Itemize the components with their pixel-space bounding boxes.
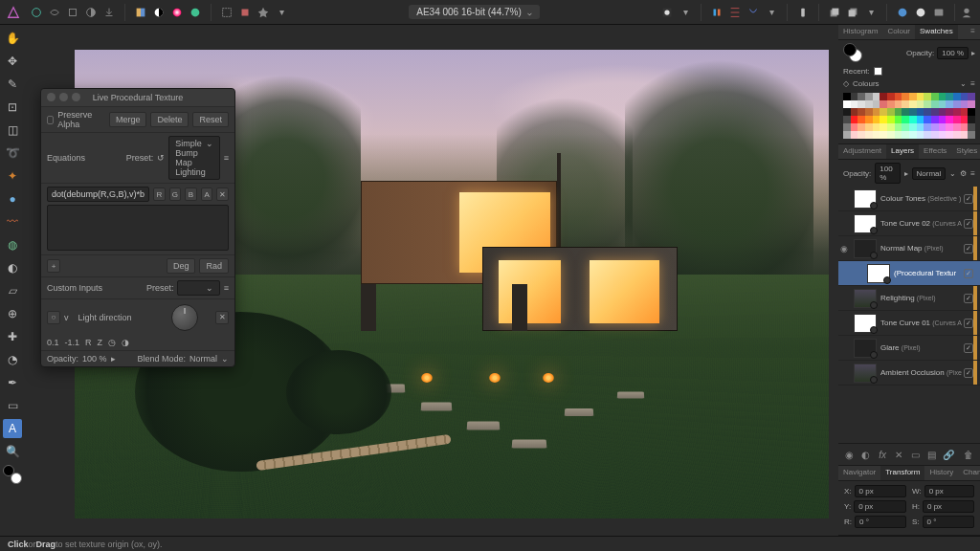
equation-input[interactable]: dot(debump(R,G,B),v)*b (47, 187, 149, 202)
palette-swatch[interactable] (895, 100, 902, 108)
palette-swatch[interactable] (931, 108, 939, 116)
palette-swatch[interactable] (909, 100, 917, 108)
palette-swatch[interactable] (968, 116, 975, 123)
clone-tool[interactable]: ⊕ (3, 304, 22, 323)
layer-thumbnail[interactable] (854, 189, 877, 209)
transform-s[interactable]: 0 ° (923, 516, 974, 528)
assistant-icon[interactable]: ▾ (274, 5, 289, 20)
palette-swatch[interactable] (924, 131, 931, 139)
palette-swatch[interactable] (851, 116, 858, 123)
tab-navigator[interactable]: Navigator (838, 466, 880, 480)
tab-histogram[interactable]: Histogram (838, 25, 882, 39)
palette-swatch[interactable] (953, 116, 961, 123)
layer-visibility-checkbox[interactable]: ✓ (964, 269, 973, 278)
fx-layer-button[interactable]: fx (877, 448, 889, 461)
palette-swatch[interactable] (939, 108, 947, 116)
palette-swatch[interactable] (887, 100, 895, 108)
palette-swatch[interactable] (917, 123, 924, 131)
transform-w[interactable]: 0 px (924, 485, 974, 497)
palette-swatch[interactable] (858, 100, 865, 108)
deg-button[interactable]: Deg (167, 258, 196, 274)
palette-swatch[interactable] (931, 131, 939, 139)
zoom-tool[interactable]: 🔍 (3, 442, 22, 461)
dodge-tool[interactable]: ◔ (3, 350, 22, 369)
palette-swatch[interactable] (939, 100, 947, 108)
palette-swatch[interactable] (843, 116, 851, 123)
arrange-chev-icon[interactable]: ▾ (863, 5, 879, 20)
palette-swatch[interactable] (902, 93, 909, 100)
transform-h[interactable]: 0 px (923, 500, 974, 513)
palette-swatch[interactable] (880, 100, 887, 108)
palette-swatch[interactable] (887, 116, 895, 123)
palette-swatch[interactable] (880, 131, 887, 139)
arrange-back-icon[interactable] (827, 5, 842, 20)
link-layer-button[interactable]: 🔗 (943, 448, 955, 461)
palette-swatch[interactable] (968, 123, 975, 131)
arrange-front-icon[interactable] (845, 5, 860, 20)
info-icon[interactable] (795, 5, 811, 20)
custom-preset-dropdown[interactable]: ⌄ (177, 280, 219, 296)
palette-swatch[interactable] (843, 123, 851, 131)
channel-r-button[interactable]: R (153, 187, 166, 201)
merge-button[interactable]: Merge (109, 112, 147, 127)
palette-swatch[interactable] (858, 108, 865, 116)
palette-swatch[interactable] (909, 108, 917, 116)
palette-swatch[interactable] (865, 100, 873, 108)
palette-swatch[interactable] (931, 100, 939, 108)
palette-swatch[interactable] (865, 108, 873, 116)
palette-swatch[interactable] (851, 108, 858, 116)
layer-row[interactable]: (Procedural Textur ✓ (838, 261, 980, 286)
palette-swatch[interactable] (953, 100, 961, 108)
palette-swatch[interactable] (873, 93, 880, 100)
palette-swatch[interactable] (968, 108, 975, 116)
palette-swatch[interactable] (895, 116, 902, 123)
account-icon[interactable] (959, 5, 974, 20)
reset-button[interactable]: Reset (192, 112, 229, 127)
preset-reset-icon[interactable]: ↺ (157, 153, 165, 163)
snap-chev-icon[interactable]: ▾ (764, 5, 779, 20)
tab-effects[interactable]: Effects (919, 144, 951, 159)
palette-swatch[interactable] (961, 108, 969, 116)
color-format-icon[interactable] (133, 5, 148, 20)
palette-swatch[interactable] (843, 108, 851, 116)
palette-swatch[interactable] (939, 116, 947, 123)
palette-swatch[interactable] (917, 108, 924, 116)
snap-icon[interactable] (709, 5, 724, 20)
layer-thumbnail[interactable] (854, 314, 877, 333)
palette-swatch[interactable] (924, 116, 931, 123)
palette-swatch[interactable] (917, 131, 924, 139)
palette-swatch[interactable] (931, 116, 939, 123)
fill-tool[interactable]: ◍ (3, 235, 22, 254)
palette-swatch[interactable] (939, 131, 947, 139)
palette-swatch[interactable] (873, 108, 880, 116)
palette-swatch[interactable] (887, 123, 895, 131)
palette-swatch[interactable] (953, 123, 961, 131)
close-dot[interactable] (47, 93, 56, 101)
persona-liquify-icon[interactable] (47, 5, 62, 20)
preserve-alpha-checkbox[interactable] (47, 116, 54, 124)
clock-icon[interactable]: ◷ (108, 338, 116, 347)
palette-swatch[interactable] (931, 123, 939, 131)
palette-swatch[interactable] (961, 93, 969, 100)
transform-x[interactable]: 0 px (855, 485, 906, 497)
tab-styles[interactable]: Styles (951, 144, 980, 159)
stock-icon[interactable] (931, 5, 947, 20)
min-dot[interactable] (59, 93, 68, 101)
recent-swatch[interactable] (874, 67, 882, 76)
palette-swatch[interactable] (858, 123, 865, 131)
palette-swatch[interactable] (895, 108, 902, 116)
lock-layer-button[interactable]: ✕ (893, 448, 905, 461)
layer-visibility-checkbox[interactable]: ✓ (964, 219, 973, 229)
light-direction-knob[interactable] (171, 304, 198, 331)
palette-swatch[interactable] (851, 123, 858, 131)
layers-settings-icon[interactable]: ⚙ (960, 169, 967, 178)
add-layer-icon[interactable] (895, 5, 910, 20)
palette-swatch[interactable] (880, 123, 887, 131)
palette-swatch[interactable] (909, 131, 917, 139)
layer-row[interactable]: Tone Curve 02 (Curves A✓ (838, 211, 980, 236)
palette-swatch[interactable] (946, 108, 953, 116)
preset-menu-icon[interactable]: ≡ (224, 153, 229, 163)
color-picker-tool[interactable]: ✎ (3, 75, 22, 94)
pen-tool[interactable]: ✒ (3, 373, 22, 392)
layer-visibility-checkbox[interactable]: ✓ (964, 244, 973, 253)
